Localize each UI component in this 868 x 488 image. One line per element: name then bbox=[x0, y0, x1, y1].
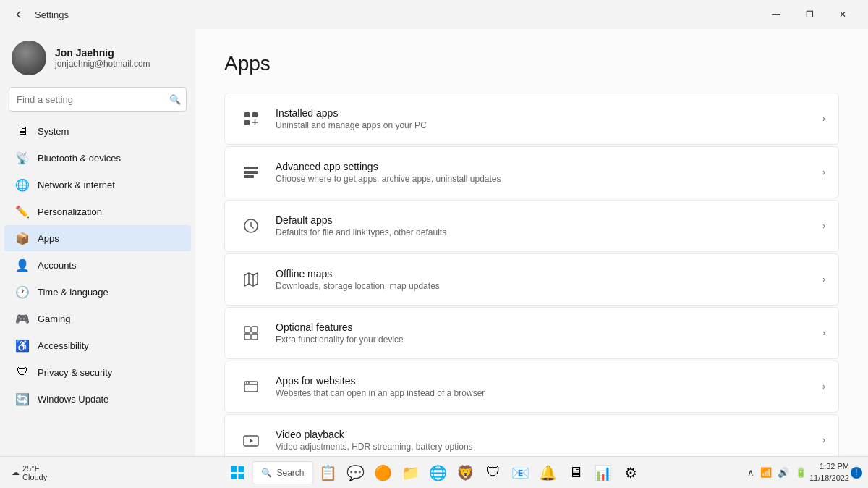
sidebar-item-bluetooth[interactable]: 📡 Bluetooth & devices bbox=[4, 145, 191, 171]
settings-item-apps-for-websites[interactable]: Apps for websites Websites that can open… bbox=[224, 361, 839, 413]
svg-rect-0 bbox=[244, 112, 250, 117]
minimize-button[interactable]: — bbox=[760, 3, 793, 26]
system-icon: 🖥 bbox=[16, 125, 29, 138]
nav-list: 🖥 System 📡 Bluetooth & devices 🌐 Network… bbox=[0, 117, 195, 413]
settings-item-video-playback[interactable]: Video playback Video adjustments, HDR st… bbox=[224, 414, 839, 456]
settings-item-title: Video playback bbox=[276, 429, 811, 440]
svg-rect-3 bbox=[244, 167, 258, 169]
video-playback-icon bbox=[238, 427, 264, 453]
volume-icon[interactable]: 🔊 bbox=[776, 466, 791, 479]
settings-item-desc: Defaults for file and link types, other … bbox=[276, 227, 811, 237]
gaming-icon: 🎮 bbox=[16, 312, 29, 325]
taskbar-file-explorer[interactable]: 📁 bbox=[398, 460, 424, 486]
settings-item-title: Installed apps bbox=[276, 107, 811, 119]
taskbar-notification[interactable]: 🔔 bbox=[535, 460, 561, 486]
sidebar-item-label: Privacy & security bbox=[38, 367, 112, 378]
settings-item-advanced-app-settings[interactable]: Advanced app settings Choose where to ge… bbox=[224, 146, 839, 198]
settings-item-optional-features[interactable]: Optional features Extra functionality fo… bbox=[224, 307, 839, 359]
weather-condition: Cloudy bbox=[22, 473, 47, 481]
sidebar-item-privacy[interactable]: 🛡 Privacy & security bbox=[4, 359, 191, 385]
sidebar-item-label: Apps bbox=[38, 233, 59, 244]
title-bar: Settings — ❐ ✕ bbox=[0, 0, 868, 29]
svg-rect-2 bbox=[244, 120, 250, 125]
system-icons: ∧ 📶 🔊 🔋 bbox=[746, 466, 808, 479]
taskbar-calculator[interactable]: 📊 bbox=[590, 460, 616, 486]
chevron-right-icon: › bbox=[822, 328, 825, 338]
settings-item-installed-apps[interactable]: Installed apps Uninstall and manage apps… bbox=[224, 93, 839, 145]
personalization-icon: ✏️ bbox=[16, 205, 29, 218]
chevron-right-icon: › bbox=[822, 274, 825, 285]
taskbar-mail[interactable]: 📧 bbox=[508, 460, 534, 486]
time-icon: 🕐 bbox=[16, 285, 29, 298]
sidebar-item-windows-update[interactable]: 🔄 Windows Update bbox=[4, 386, 191, 412]
notification-center-icon[interactable]: ! bbox=[851, 467, 862, 479]
sidebar-item-accessibility[interactable]: ♿ Accessibility bbox=[4, 332, 191, 358]
chevron-right-icon: › bbox=[822, 167, 825, 177]
sidebar-item-label: Time & language bbox=[38, 287, 109, 298]
taskbar-task-view[interactable]: 📋 bbox=[315, 460, 341, 486]
taskbar-start-button[interactable] bbox=[224, 460, 250, 486]
close-button[interactable]: ✕ bbox=[826, 3, 859, 26]
page-title: Apps bbox=[224, 52, 839, 75]
sidebar-item-label: Bluetooth & devices bbox=[38, 153, 121, 164]
taskbar-teams[interactable]: 💬 bbox=[343, 460, 369, 486]
taskbar-edge[interactable]: 🌐 bbox=[425, 460, 451, 486]
bluetooth-icon: 📡 bbox=[16, 151, 29, 164]
taskbar-shield[interactable]: 🛡 bbox=[480, 460, 506, 486]
settings-item-offline-maps[interactable]: Offline maps Downloads, storage location… bbox=[224, 253, 839, 306]
sidebar-item-label: Windows Update bbox=[38, 394, 109, 405]
taskbar-opera[interactable]: 🟠 bbox=[370, 460, 396, 486]
settings-item-text: Offline maps Downloads, storage location… bbox=[276, 268, 811, 291]
taskbar-clock[interactable]: 1:32 PM 11/18/2022 bbox=[809, 461, 849, 484]
weather-icon: ☁ bbox=[12, 468, 20, 477]
optional-features-icon bbox=[238, 320, 264, 346]
offline-maps-icon bbox=[238, 266, 264, 293]
svg-rect-8 bbox=[252, 327, 258, 332]
settings-item-desc: Video adjustments, HDR streaming, batter… bbox=[276, 442, 811, 452]
window-controls: — ❐ ✕ bbox=[760, 3, 859, 26]
taskbar-settings-app[interactable]: ⚙ bbox=[618, 460, 644, 486]
svg-rect-7 bbox=[244, 327, 250, 332]
battery-icon[interactable]: 🔋 bbox=[793, 466, 808, 479]
sidebar-item-accounts[interactable]: 👤 Accounts bbox=[4, 252, 191, 278]
taskbar-center: 🔍 Search 📋 💬 🟠 📁 🌐 🦁 🛡 📧 🔔 🖥 📊 ⚙ bbox=[224, 460, 643, 486]
settings-item-default-apps[interactable]: Default apps Defaults for file and link … bbox=[224, 200, 839, 252]
search-input[interactable] bbox=[9, 87, 187, 112]
chevron-right-icon: › bbox=[822, 114, 825, 124]
sidebar-item-gaming[interactable]: 🎮 Gaming bbox=[4, 306, 191, 332]
clock-date: 11/18/2022 bbox=[809, 473, 849, 484]
accessibility-icon: ♿ bbox=[16, 339, 29, 352]
sidebar-item-label: Personalization bbox=[38, 206, 102, 217]
svg-rect-9 bbox=[244, 334, 250, 340]
sidebar-item-network[interactable]: 🌐 Network & internet bbox=[4, 172, 191, 198]
chevron-up-icon[interactable]: ∧ bbox=[746, 466, 756, 479]
settings-item-desc: Extra functionality for your device bbox=[276, 335, 811, 345]
taskbar-monitor[interactable]: 🖥 bbox=[563, 460, 589, 486]
taskbar-weather[interactable]: ☁ 25°F Cloudy bbox=[6, 464, 53, 481]
settings-item-title: Optional features bbox=[276, 321, 811, 333]
sidebar-item-system[interactable]: 🖥 System bbox=[4, 118, 191, 144]
settings-item-desc: Downloads, storage location, map updates bbox=[276, 281, 811, 291]
settings-item-title: Offline maps bbox=[276, 268, 811, 279]
svg-rect-17 bbox=[238, 466, 244, 472]
sidebar-item-time[interactable]: 🕐 Time & language bbox=[4, 279, 191, 305]
back-button[interactable] bbox=[9, 4, 29, 25]
restore-button[interactable]: ❐ bbox=[793, 3, 826, 26]
apps-for-websites-icon bbox=[238, 374, 264, 400]
taskbar-brave[interactable]: 🦁 bbox=[453, 460, 479, 486]
svg-rect-10 bbox=[252, 334, 258, 340]
taskbar-search[interactable]: 🔍 Search bbox=[252, 461, 313, 484]
avatar bbox=[12, 41, 46, 75]
default-apps-icon bbox=[238, 213, 264, 239]
chevron-right-icon: › bbox=[822, 435, 825, 445]
window-title: Settings bbox=[35, 9, 69, 20]
settings-item-text: Video playback Video adjustments, HDR st… bbox=[276, 429, 811, 452]
wifi-icon[interactable]: 📶 bbox=[759, 466, 773, 479]
weather-info: 25°F Cloudy bbox=[22, 464, 47, 481]
settings-item-title: Default apps bbox=[276, 214, 811, 226]
svg-rect-1 bbox=[252, 112, 258, 117]
sidebar-item-apps[interactable]: 📦 Apps bbox=[4, 225, 191, 251]
settings-item-text: Apps for websites Websites that can open… bbox=[276, 375, 811, 398]
advanced-app-settings-icon bbox=[238, 159, 264, 185]
sidebar-item-personalization[interactable]: ✏️ Personalization bbox=[4, 198, 191, 224]
